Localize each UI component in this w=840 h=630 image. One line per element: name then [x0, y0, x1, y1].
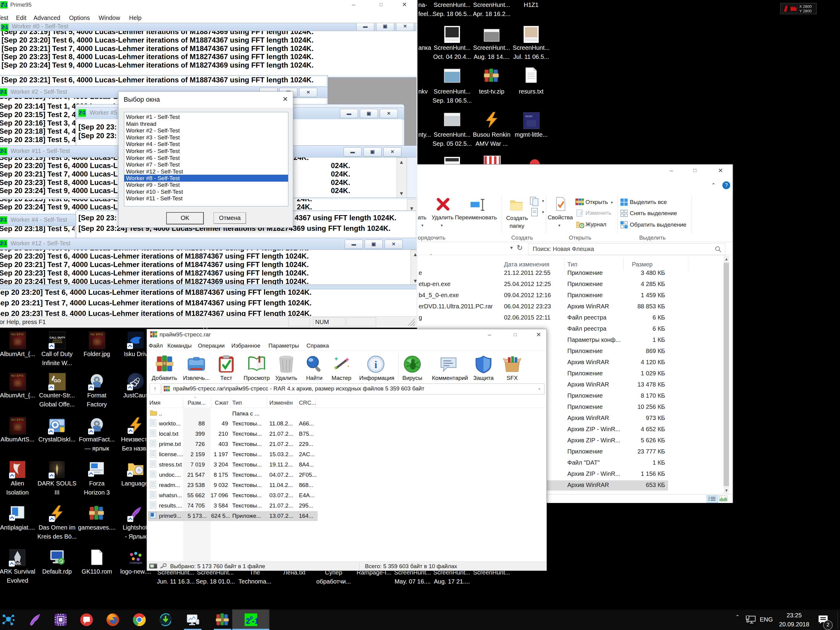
svg-text:-1: -1 [252, 616, 258, 625]
svg-text:ARK: ARK [14, 562, 21, 565]
svg-text:2: 2 [246, 616, 250, 625]
svg-text:i: i [374, 359, 377, 370]
svg-text:Antiplagiat: Antiplagiat [129, 561, 142, 564]
